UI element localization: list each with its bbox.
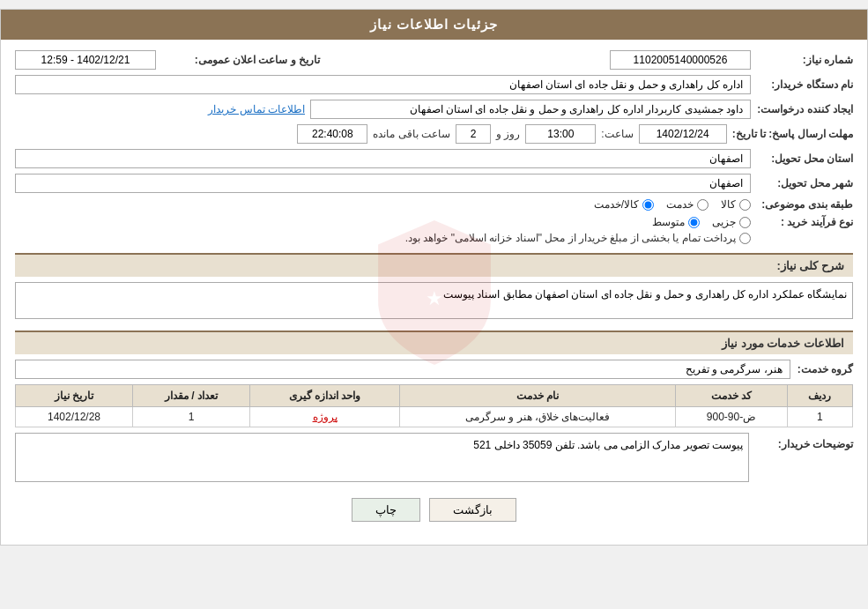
city-input[interactable] — [15, 174, 751, 193]
deadline-time-label: ساعت: — [601, 128, 633, 140]
services-section-title: اطلاعات خدمات مورد نیاز — [15, 330, 853, 354]
row-buyer-org: نام دستگاه خریدار: — [15, 75, 853, 94]
need-number-input[interactable] — [610, 50, 751, 70]
province-input[interactable] — [15, 149, 751, 168]
row-province: استان محل تحویل: — [15, 149, 853, 168]
cell-row: 1 — [787, 407, 852, 427]
row-city: شهر محل تحویل: — [15, 174, 853, 193]
cell-name: فعالیت‌های خلاق، هنر و سرگرمی — [400, 407, 676, 427]
deadline-date-input[interactable] — [639, 124, 727, 144]
purchase-radio-small[interactable] — [739, 217, 751, 228]
main-content: ★ شماره نیاز: تاریخ و ساعت اعلان عمومی: … — [1, 40, 867, 545]
buyer-org-label: نام دستگاه خریدار: — [756, 78, 853, 91]
col-date: تاریخ نیاز — [16, 385, 133, 407]
row-deadline: مهلت ارسال پاسخ: تا تاریخ: ساعت: روز و س… — [15, 124, 853, 144]
row-category: طبقه بندی موضوعی: کالا خدمت کالا/خدمت — [15, 198, 853, 211]
province-label: استان محل تحویل: — [756, 152, 853, 165]
service-group-input[interactable] — [15, 360, 790, 379]
category-radio-both[interactable] — [642, 199, 654, 211]
category-radio-service[interactable] — [697, 199, 708, 211]
col-qty: تعداد / مقدار — [133, 385, 250, 407]
deadline-day-label: روز و — [496, 128, 520, 140]
purchase-type-islamic-text: پرداخت تمام یا بخشی از مبلغ خریدار از مح… — [405, 232, 736, 244]
category-option-goods[interactable]: کالا — [721, 198, 751, 211]
table-row: 1 ض-90-900 فعالیت‌های خلاق، هنر و سرگرمی… — [16, 407, 853, 427]
purchase-radio-islamic[interactable] — [739, 233, 751, 244]
category-radio-goods[interactable] — [739, 199, 751, 211]
col-code: کد خدمت — [676, 385, 788, 407]
row-requester: ایجاد کننده درخواست: اطلاعات تماس خریدار — [15, 100, 853, 119]
purchase-type-medium[interactable]: متوسط — [652, 216, 700, 228]
need-description-textarea[interactable]: نمایشگاه عملکرد اداره کل راهداری و حمل و… — [15, 282, 853, 319]
purchase-type-radio-group: جزیی متوسط — [405, 216, 751, 228]
services-table: ردیف کد خدمت نام خدمت واحد اندازه گیری ت… — [15, 384, 853, 427]
page-title: جزئیات اطلاعات نیاز — [370, 17, 498, 32]
category-option-both[interactable]: کالا/خدمت — [594, 198, 654, 211]
print-button[interactable]: چاپ — [352, 498, 420, 522]
deadline-remaining-input[interactable] — [297, 124, 367, 144]
buyer-notes-row: توضیحات خریدار: پیوست تصویر مدارک الزامی… — [15, 433, 853, 482]
deadline-label: مهلت ارسال پاسخ: تا تاریخ: — [732, 128, 853, 140]
cell-date: 1402/12/28 — [16, 407, 133, 427]
contact-link[interactable]: اطلاعات تماس خریدار — [208, 103, 305, 115]
category-option-service[interactable]: خدمت — [666, 198, 708, 211]
need-number-label: شماره نیاز: — [756, 54, 853, 66]
cell-unit: پروژه — [249, 407, 399, 427]
cell-code: ض-90-900 — [676, 407, 788, 427]
buyer-notes-label: توضیحات خریدار: — [756, 433, 853, 450]
deadline-time-input[interactable] — [525, 124, 596, 144]
page-header: جزئیات اطلاعات نیاز — [1, 10, 867, 40]
need-description-title: شرح کلی نیاز: — [15, 253, 853, 277]
deadline-remaining-label: ساعت باقی مانده — [373, 128, 450, 140]
col-name: نام خدمت — [400, 385, 676, 407]
category-label: طبقه بندی موضوعی: — [756, 198, 853, 211]
cell-qty: 1 — [133, 407, 250, 427]
col-unit: واحد اندازه گیری — [249, 385, 399, 407]
purchase-type-label: نوع فرآیند خرید : — [756, 216, 853, 228]
need-description-container: نمایشگاه عملکرد اداره کل راهداری و حمل و… — [15, 282, 853, 322]
deadline-days-input[interactable] — [456, 124, 491, 144]
announce-datetime-input[interactable] — [15, 50, 156, 70]
row-purchase-type: نوع فرآیند خرید : جزیی متوسط پرداخت تمام… — [15, 216, 853, 244]
requester-input[interactable] — [310, 100, 751, 119]
purchase-type-small[interactable]: جزیی — [712, 216, 751, 228]
purchase-radio-medium[interactable] — [688, 217, 700, 228]
buyer-org-input[interactable] — [15, 75, 751, 94]
buyer-notes-textarea[interactable]: پیوست تصویر مدارک الزامی می باشد. تلفن 3… — [15, 433, 749, 482]
page-wrapper: جزئیات اطلاعات نیاز ★ شماره نیاز: تاریخ … — [0, 9, 868, 546]
col-row: ردیف — [787, 385, 852, 407]
category-radio-group: کالا خدمت کالا/خدمت — [594, 198, 751, 211]
requester-label: ایجاد کننده درخواست: — [756, 103, 853, 115]
bottom-buttons: بازگشت چاپ — [15, 489, 853, 534]
announce-datetime-label: تاریخ و ساعت اعلان عمومی: — [161, 54, 320, 66]
service-group-label: گروه خدمت: — [798, 363, 853, 375]
row-need-number: شماره نیاز: تاریخ و ساعت اعلان عمومی: — [15, 50, 853, 70]
back-button[interactable]: بازگشت — [429, 498, 516, 522]
city-label: شهر محل تحویل: — [756, 177, 853, 189]
service-group-row: گروه خدمت: — [15, 360, 853, 379]
